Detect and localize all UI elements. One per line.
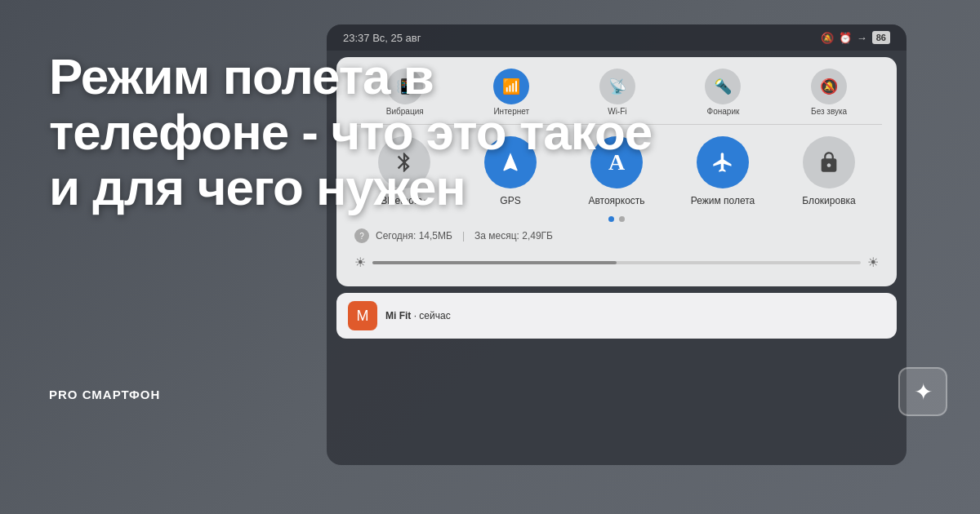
data-month: За месяц: 2,49ГБ — [474, 230, 553, 241]
brightness-bar — [372, 261, 861, 264]
flashlight-label: Фонарик — [707, 107, 740, 116]
dot-2 — [619, 216, 625, 222]
brightness-low-icon: ☀ — [354, 255, 366, 270]
airplane-mode-icon — [697, 136, 749, 188]
data-separator: | — [462, 230, 465, 241]
flashlight-toggle[interactable]: 🔦 Фонарик — [705, 69, 741, 116]
main-headline: Режим полета в телефоне - что это такое … — [49, 49, 662, 216]
star-icon: ✦ — [914, 379, 933, 405]
nosound-icon: 🔕 — [811, 69, 847, 104]
airplane-icon-status: → — [857, 32, 867, 44]
nosound-toggle[interactable]: 🔕 Без звука — [811, 69, 847, 116]
notification-card[interactable]: M Mi Fit · сейчас — [336, 293, 897, 339]
brightness-row[interactable]: ☀ ☀ — [343, 250, 890, 275]
brightness-fill — [372, 261, 617, 264]
status-time: 23:37 Вс, 25 авг — [343, 32, 421, 44]
flashlight-icon: 🔦 — [705, 69, 741, 104]
mute-icon: 🔕 — [821, 32, 834, 44]
pagination — [343, 216, 890, 222]
lock-toggle[interactable]: Блокировка — [784, 136, 874, 206]
data-usage-row: ? Сегодня: 14,5МБ | За месяц: 2,49ГБ — [343, 222, 890, 250]
lock-label: Блокировка — [802, 195, 855, 206]
battery-badge: 86 — [872, 31, 890, 44]
lock-icon — [803, 136, 855, 188]
notification-text: Mi Fit · сейчас — [385, 310, 451, 321]
star-button[interactable]: ✦ — [898, 367, 947, 416]
alarm-icon: ⏰ — [839, 32, 852, 44]
dot-1 — [608, 216, 614, 222]
airplane-toggle[interactable]: Режим полета — [678, 136, 768, 206]
brand-label: PRO СМАРТФОН — [49, 388, 160, 401]
status-bar: 23:37 Вс, 25 авг 🔕 ⏰ → 86 — [327, 24, 906, 51]
notification-time: сейчас — [419, 310, 450, 321]
status-icons: 🔕 ⏰ → 86 — [821, 31, 890, 44]
mifit-icon: M — [348, 301, 377, 330]
nosound-label: Без звука — [811, 107, 847, 116]
airplane-label: Режим полета — [691, 195, 755, 206]
brightness-high-icon: ☀ — [867, 255, 879, 270]
notification-app: Mi Fit — [385, 310, 411, 321]
data-info-icon: ? — [354, 228, 369, 243]
data-today: Сегодня: 14,5МБ — [376, 230, 452, 241]
